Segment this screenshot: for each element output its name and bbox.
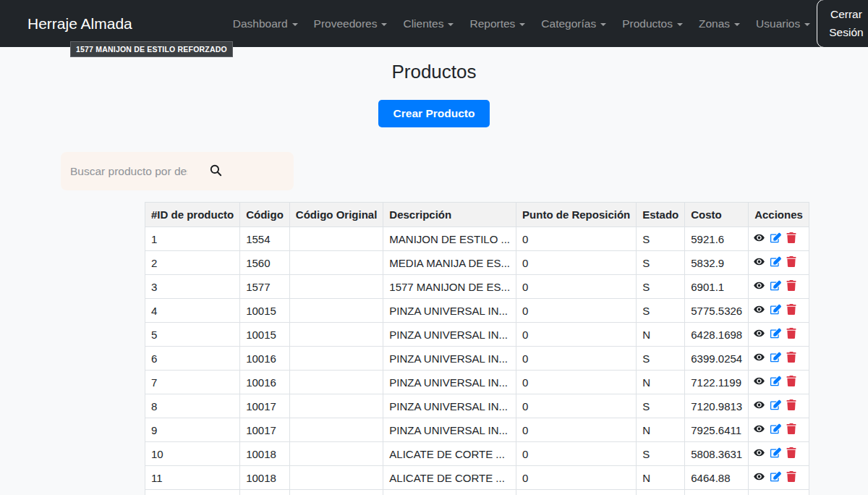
trash-icon	[786, 256, 796, 269]
logout-button[interactable]: Cerrar Sesión	[817, 0, 868, 48]
eye-icon	[753, 447, 765, 461]
nav-item-dashboard[interactable]: Dashboard	[226, 12, 305, 36]
cell-id: 8	[145, 394, 240, 418]
products-table-container: #ID de producto Código Código Original D…	[145, 202, 723, 495]
eye-icon	[753, 327, 765, 342]
cell-punto-reposicion: 0	[516, 418, 637, 442]
cell-descripcion: ALICATE DE CORTE ...	[383, 442, 516, 466]
table-row: 2 1560 MEDIA MANIJA DE ES... 0 S 5832.9	[145, 251, 809, 275]
edit-product-button[interactable]	[770, 232, 781, 245]
header-codigo-original: Código Original	[289, 203, 383, 227]
nav-item-clientes[interactable]: Clientes	[396, 12, 460, 36]
view-product-button[interactable]	[753, 470, 765, 485]
cell-descripcion: PINZA UNIVERSAL IN...	[383, 394, 516, 418]
chevron-down-icon	[448, 23, 454, 26]
view-product-button[interactable]	[753, 255, 765, 270]
cell-acciones	[749, 227, 809, 251]
cell-estado: S	[637, 394, 685, 418]
cell-id: 6	[145, 347, 240, 371]
delete-product-button[interactable]	[786, 399, 796, 412]
view-product-button[interactable]	[753, 399, 765, 413]
edit-product-button[interactable]	[770, 256, 781, 269]
edit-product-button[interactable]	[770, 304, 781, 317]
cell-punto-reposicion: 0	[516, 394, 637, 418]
edit-product-button[interactable]	[770, 280, 781, 293]
delete-product-button[interactable]	[786, 423, 796, 436]
delete-product-button[interactable]	[786, 280, 796, 293]
edit-product-button[interactable]	[770, 352, 781, 365]
delete-product-button[interactable]	[786, 447, 796, 460]
header-estado: Estado	[637, 203, 685, 227]
cell-punto-reposicion: 0	[516, 490, 637, 495]
view-product-button[interactable]	[753, 375, 765, 389]
chevron-down-icon	[381, 23, 387, 26]
eye-icon	[753, 279, 765, 294]
edit-icon	[770, 399, 781, 412]
edit-product-button[interactable]	[770, 447, 781, 460]
cell-acciones	[749, 299, 809, 323]
cell-punto-reposicion: 0	[516, 371, 637, 394]
nav-item-categorias[interactable]: Categorías	[535, 12, 613, 36]
products-table: #ID de producto Código Código Original D…	[145, 202, 809, 495]
view-product-button[interactable]	[753, 232, 765, 246]
delete-product-button[interactable]	[786, 232, 796, 245]
edit-icon	[770, 304, 781, 317]
cell-id: 12	[145, 490, 240, 495]
eye-icon	[753, 470, 765, 485]
delete-product-button[interactable]	[786, 376, 796, 389]
cell-id: 4	[145, 299, 240, 323]
cell-codigo: 10018	[240, 442, 290, 466]
nav-item-productos[interactable]: Productos	[616, 12, 689, 36]
eye-icon	[753, 303, 765, 318]
search-button[interactable]	[208, 162, 224, 181]
delete-product-button[interactable]	[786, 304, 796, 317]
view-product-button[interactable]	[753, 447, 765, 461]
cell-estado: S	[637, 347, 685, 371]
edit-product-button[interactable]	[770, 328, 781, 341]
view-product-button[interactable]	[753, 303, 765, 318]
table-row: 5 10015 PINZA UNIVERSAL IN... 0 N 6428.1…	[145, 323, 809, 347]
cell-id: 5	[145, 323, 240, 347]
delete-product-button[interactable]	[786, 328, 796, 341]
hover-tooltip: 1577 MANIJON DE ESTILO REFORZADO	[70, 41, 233, 57]
cell-acciones	[749, 323, 809, 347]
view-product-button[interactable]	[753, 279, 765, 294]
table-row: 10 10018 ALICATE DE CORTE ... 0 S 5808.3…	[145, 442, 809, 466]
cell-acciones	[749, 371, 809, 394]
table-row: 12 10019 ALICATE DE CORTE ... 0 N 7122.0…	[145, 490, 809, 495]
nav-item-reportes[interactable]: Reportes	[463, 12, 532, 36]
edit-product-button[interactable]	[770, 376, 781, 389]
delete-product-button[interactable]	[786, 352, 796, 365]
header-costo: Costo	[685, 203, 749, 227]
cell-punto-reposicion: 0	[516, 347, 637, 371]
cell-codigo-original	[289, 418, 383, 442]
cell-id: 7	[145, 371, 240, 394]
nav-item-zonas[interactable]: Zonas	[692, 12, 746, 36]
cell-costo: 5808.3631	[685, 442, 749, 466]
cell-codigo-original	[289, 347, 383, 371]
view-product-button[interactable]	[753, 423, 765, 437]
edit-icon	[770, 352, 781, 365]
cell-estado: N	[637, 323, 685, 347]
edit-product-button[interactable]	[770, 471, 781, 484]
edit-product-button[interactable]	[770, 399, 781, 412]
cell-descripcion: PINZA UNIVERSAL IN...	[383, 347, 516, 371]
cell-descripcion: MEDIA MANIJA DE ES...	[383, 251, 516, 275]
edit-product-button[interactable]	[770, 423, 781, 436]
search-input[interactable]	[70, 165, 187, 178]
create-product-button[interactable]: Crear Producto	[378, 100, 490, 127]
nav-item-proveedores[interactable]: Proveedores	[307, 12, 394, 36]
trash-icon	[786, 352, 796, 365]
cell-estado: N	[637, 418, 685, 442]
view-product-button[interactable]	[753, 327, 765, 342]
cell-id: 10	[145, 442, 240, 466]
edit-icon	[770, 256, 781, 269]
chevron-down-icon	[804, 23, 810, 26]
view-product-button[interactable]	[753, 351, 765, 365]
delete-product-button[interactable]	[786, 256, 796, 269]
trash-icon	[786, 304, 796, 317]
brand-logo[interactable]: Herraje Almada	[27, 15, 132, 33]
nav-item-usuarios[interactable]: Usuarios	[749, 12, 817, 36]
cell-costo: 6901.1	[685, 275, 749, 299]
delete-product-button[interactable]	[786, 471, 796, 484]
